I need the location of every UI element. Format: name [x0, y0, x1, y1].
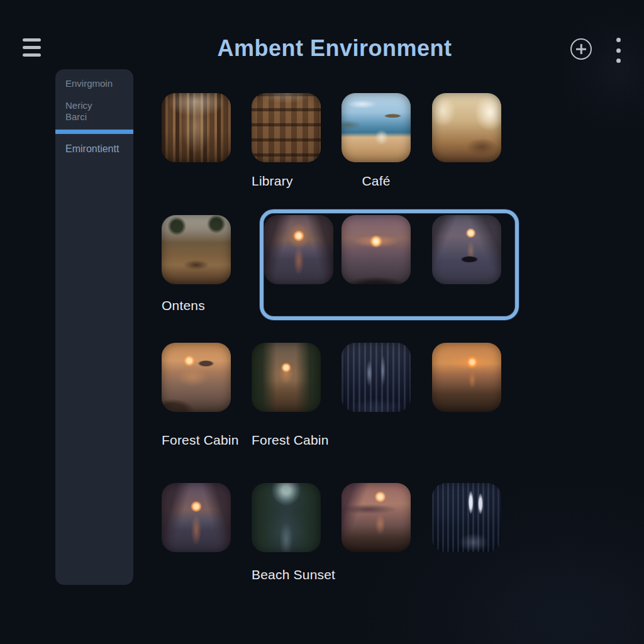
environment-thumbnail-lake-sunset[interactable]	[264, 215, 333, 284]
thumbnail-label: Café	[341, 174, 411, 189]
environment-thumbnail-beach-dark-sunset[interactable]	[432, 343, 501, 412]
environment-thumbnail-forest-track[interactable]	[252, 343, 321, 412]
thumbnail-label: Library	[252, 174, 333, 189]
environment-thumbnail-living-room[interactable]	[432, 93, 501, 162]
thumbnail-label: Forest Cabin	[252, 433, 333, 448]
environment-thumbnail-ocean-sunset[interactable]	[341, 215, 411, 284]
environment-grid: LibraryCaféOntensForest CabinForest Cabi…	[0, 0, 644, 644]
environment-thumbnail-beach-chair[interactable]	[341, 93, 411, 162]
environment-thumbnail-library-aisle[interactable]	[162, 93, 231, 162]
environment-thumbnail-forest-river[interactable]	[252, 483, 321, 552]
environment-thumbnail-city-night[interactable]	[341, 343, 411, 412]
environment-thumbnail-lake-boat[interactable]	[432, 215, 501, 284]
environment-thumbnail-library-corner[interactable]	[252, 93, 321, 162]
environment-thumbnail-lake-mountains[interactable]	[162, 483, 231, 552]
environment-thumbnail-city-night-water[interactable]	[432, 483, 501, 552]
thumbnail-label: Ontens	[162, 298, 243, 313]
thumbnail-label: Forest Cabin	[162, 433, 243, 448]
environment-thumbnail-ocean-island[interactable]	[162, 343, 231, 412]
environment-thumbnail-beach-mountain-sunset[interactable]	[341, 483, 411, 552]
thumbnail-label: Beach Sunset	[252, 567, 333, 582]
environment-thumbnail-courtyard[interactable]	[162, 215, 231, 284]
